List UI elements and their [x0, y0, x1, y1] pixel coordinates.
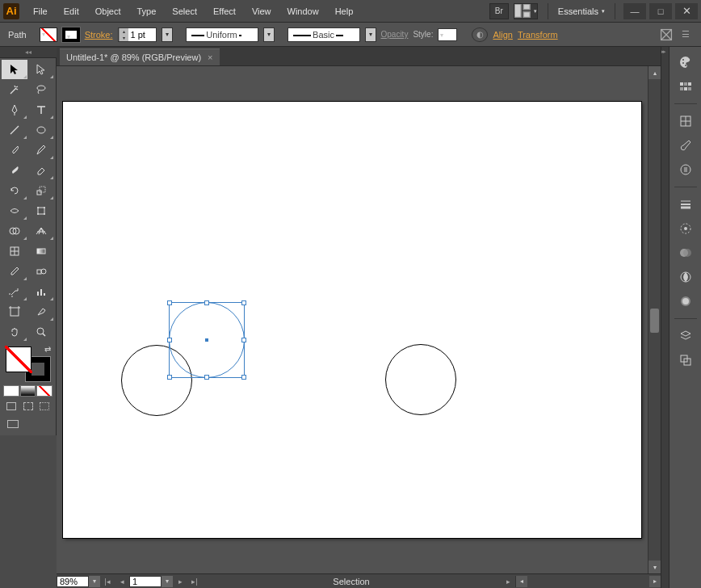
recolor-artwork-button[interactable]: ◐: [472, 27, 488, 42]
transparency-panel-icon[interactable]: [674, 242, 698, 263]
close-tab-icon[interactable]: ×: [208, 52, 212, 62]
minimize-button[interactable]: —: [623, 3, 646, 19]
eraser-tool[interactable]: [28, 161, 54, 180]
selection-handle[interactable]: [204, 300, 209, 305]
horizontal-scrollbar[interactable]: ◂ ▸: [515, 576, 661, 587]
align-panel-link[interactable]: Align: [493, 30, 512, 40]
isolate-button[interactable]: [659, 27, 674, 42]
menu-help[interactable]: Help: [328, 3, 361, 19]
artboard-dropdown[interactable]: ▾: [162, 576, 173, 587]
artboard[interactable]: [63, 102, 641, 538]
stroke-panel-link[interactable]: Stroke:: [85, 30, 113, 40]
workspace-switcher[interactable]: Essentials▾: [548, 3, 615, 19]
control-menu-icon[interactable]: ☰: [678, 27, 693, 42]
zoom-level-field[interactable]: 89%: [57, 576, 89, 587]
magic-wand-tool[interactable]: [2, 80, 27, 99]
blend-tool[interactable]: [28, 262, 54, 281]
color-panel-icon[interactable]: [674, 52, 698, 73]
variable-width-profile[interactable]: Uniform: [186, 27, 258, 42]
draw-inside-button[interactable]: [36, 400, 52, 413]
selection-tool[interactable]: [2, 60, 27, 79]
symbol-sprayer-tool[interactable]: [2, 282, 27, 301]
canvas-viewport[interactable]: [57, 66, 648, 573]
path-circle-2[interactable]: [385, 344, 456, 415]
direct-selection-tool[interactable]: [28, 60, 54, 79]
opacity-link[interactable]: Opacity: [381, 30, 409, 39]
graphic-style-swatch[interactable]: [438, 28, 457, 41]
width-tool[interactable]: [2, 201, 27, 220]
gradient-panel-icon[interactable]: [674, 218, 698, 239]
screen-mode-button[interactable]: [5, 418, 21, 430]
column-graph-tool[interactable]: [28, 282, 54, 301]
pencil-tool[interactable]: [28, 141, 54, 160]
scale-tool[interactable]: [28, 181, 54, 200]
menu-effect[interactable]: Effect: [206, 3, 243, 19]
selection-handle[interactable]: [241, 338, 246, 342]
prev-artboard-button[interactable]: ◂: [115, 578, 129, 586]
swap-fill-stroke-icon[interactable]: ⇄: [44, 345, 51, 354]
stroke-color-swatch[interactable]: [62, 27, 80, 42]
selection-handle[interactable]: [167, 338, 172, 342]
swatches-panel-icon[interactable]: [674, 111, 698, 132]
scroll-left-icon[interactable]: ◂: [516, 576, 527, 587]
arrange-documents-button[interactable]: ▾: [514, 3, 538, 19]
last-artboard-button[interactable]: ▸|: [187, 578, 202, 586]
menu-object[interactable]: Object: [88, 3, 128, 19]
menu-edit[interactable]: Edit: [57, 3, 86, 19]
stroke-weight-dropdown[interactable]: ▾: [162, 27, 173, 42]
fill-stroke-indicator[interactable]: ⇄: [4, 345, 52, 384]
eyedropper-tool[interactable]: [2, 262, 27, 281]
scroll-thumb[interactable]: [650, 309, 659, 333]
profile-dropdown[interactable]: ▾: [263, 27, 275, 42]
type-tool[interactable]: [28, 100, 54, 120]
vertical-scrollbar[interactable]: ▴ ▾: [648, 66, 661, 573]
selection-handle[interactable]: [167, 300, 172, 305]
fill-indicator[interactable]: [6, 346, 31, 372]
menu-file[interactable]: File: [26, 3, 55, 19]
selection-handle[interactable]: [241, 300, 246, 305]
appearance-panel-icon[interactable]: [674, 267, 698, 288]
artboard-number-field[interactable]: 1: [129, 576, 162, 587]
menu-window[interactable]: Window: [280, 3, 326, 19]
zoom-dropdown[interactable]: ▾: [89, 576, 100, 587]
none-mode-button[interactable]: [36, 385, 52, 397]
next-artboard-button[interactable]: ▸: [173, 578, 187, 586]
stroke-panel-icon[interactable]: [674, 194, 698, 215]
scroll-down-icon[interactable]: ▾: [649, 561, 661, 573]
close-button[interactable]: ✕: [675, 3, 698, 19]
lasso-tool[interactable]: [28, 80, 54, 99]
mesh-tool[interactable]: [2, 242, 27, 261]
artboard-tool[interactable]: [2, 302, 27, 321]
draw-normal-button[interactable]: [3, 400, 19, 413]
gradient-tool[interactable]: [28, 242, 54, 261]
hand-tool[interactable]: [2, 322, 27, 342]
menu-select[interactable]: Select: [165, 3, 204, 19]
perspective-grid-tool[interactable]: [28, 221, 54, 241]
status-popup-button[interactable]: ▸: [501, 578, 515, 586]
bridge-button[interactable]: Br: [489, 3, 509, 19]
gradient-mode-button[interactable]: [20, 385, 36, 397]
selection-bounding-box[interactable]: [169, 302, 245, 378]
color-guide-panel-icon[interactable]: [674, 76, 698, 97]
fill-color-swatch[interactable]: [40, 27, 57, 42]
slice-tool[interactable]: [28, 302, 54, 321]
rotate-tool[interactable]: [2, 181, 27, 200]
stroke-weight-field[interactable]: [128, 28, 156, 41]
right-panel-collapse[interactable]: [661, 47, 669, 588]
paintbrush-tool[interactable]: [2, 141, 27, 160]
maximize-button[interactable]: □: [649, 3, 672, 19]
menu-type[interactable]: Type: [130, 3, 164, 19]
scroll-right-icon[interactable]: ▸: [649, 576, 661, 587]
shape-builder-tool[interactable]: [2, 221, 27, 241]
selection-handle[interactable]: [204, 375, 209, 380]
brush-dropdown[interactable]: ▾: [365, 27, 376, 42]
line-segment-tool[interactable]: [2, 120, 27, 140]
artboards-panel-icon[interactable]: [674, 350, 698, 371]
selection-handle[interactable]: [241, 375, 246, 380]
transform-panel-link[interactable]: Transform: [518, 30, 558, 40]
document-tab-active[interactable]: Untitled-1* @ 89% (RGB/Preview) ×: [60, 48, 220, 65]
brush-definition[interactable]: Basic: [288, 27, 360, 42]
first-artboard-button[interactable]: |◂: [100, 578, 115, 586]
pen-tool[interactable]: [2, 100, 27, 120]
stroke-weight-input[interactable]: ▴▾: [118, 27, 157, 42]
